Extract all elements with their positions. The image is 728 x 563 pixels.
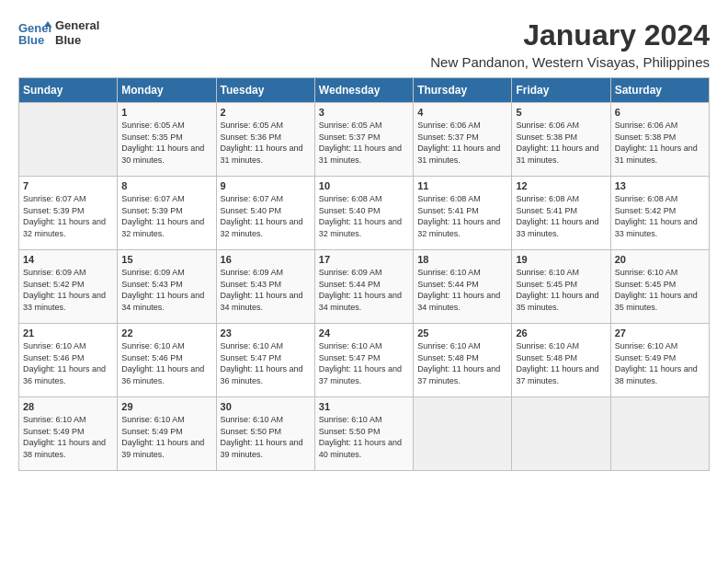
day-number: 2 — [221, 107, 311, 118]
header: General Blue General Blue January 2024 N… — [18, 18, 710, 70]
cell-info: Sunrise: 6:10 AMSunset: 5:49 PMDaylight:… — [121, 414, 211, 460]
day-number: 20 — [615, 254, 705, 265]
calendar-cell: 21Sunrise: 6:10 AMSunset: 5:46 PMDayligh… — [19, 324, 118, 397]
calendar-body: 1Sunrise: 6:05 AMSunset: 5:35 PMDaylight… — [19, 103, 710, 471]
cell-info: Sunrise: 6:07 AMSunset: 5:39 PMDaylight:… — [23, 193, 113, 239]
calendar-cell: 20Sunrise: 6:10 AMSunset: 5:45 PMDayligh… — [610, 250, 709, 324]
day-number: 8 — [121, 180, 211, 191]
calendar-cell: 9Sunrise: 6:07 AMSunset: 5:40 PMDaylight… — [216, 177, 314, 250]
cell-info: Sunrise: 6:05 AMSunset: 5:37 PMDaylight:… — [319, 120, 409, 166]
calendar-cell: 17Sunrise: 6:09 AMSunset: 5:44 PMDayligh… — [314, 250, 413, 324]
day-number: 26 — [516, 327, 606, 339]
day-number: 9 — [221, 180, 311, 191]
calendar-cell: 7Sunrise: 6:07 AMSunset: 5:39 PMDaylight… — [19, 177, 118, 250]
cell-info: Sunrise: 6:09 AMSunset: 5:43 PMDaylight:… — [121, 267, 211, 313]
weekday-header-saturday: Saturday — [610, 78, 709, 103]
cell-info: Sunrise: 6:06 AMSunset: 5:38 PMDaylight:… — [615, 120, 705, 166]
day-number: 12 — [516, 180, 606, 191]
week-row-4: 21Sunrise: 6:10 AMSunset: 5:46 PMDayligh… — [19, 324, 710, 397]
cell-info: Sunrise: 6:05 AMSunset: 5:35 PMDaylight:… — [121, 120, 211, 166]
week-row-5: 28Sunrise: 6:10 AMSunset: 5:49 PMDayligh… — [19, 397, 710, 471]
calendar-cell: 3Sunrise: 6:05 AMSunset: 5:37 PMDaylight… — [314, 103, 413, 177]
day-number: 10 — [319, 180, 409, 191]
day-number: 28 — [23, 401, 113, 412]
calendar-cell: 27Sunrise: 6:10 AMSunset: 5:49 PMDayligh… — [610, 324, 709, 397]
day-number: 4 — [417, 107, 507, 118]
cell-info: Sunrise: 6:07 AMSunset: 5:40 PMDaylight:… — [221, 193, 311, 239]
calendar-header: SundayMondayTuesdayWednesdayThursdayFrid… — [19, 78, 710, 103]
calendar-cell: 16Sunrise: 6:09 AMSunset: 5:43 PMDayligh… — [216, 250, 314, 324]
day-number: 25 — [417, 327, 507, 339]
calendar-cell: 19Sunrise: 6:10 AMSunset: 5:45 PMDayligh… — [512, 250, 610, 324]
cell-info: Sunrise: 6:08 AMSunset: 5:42 PMDaylight:… — [615, 193, 705, 239]
weekday-header-sunday: Sunday — [19, 78, 118, 103]
calendar-cell: 4Sunrise: 6:06 AMSunset: 5:37 PMDaylight… — [414, 103, 512, 177]
calendar-cell: 6Sunrise: 6:06 AMSunset: 5:38 PMDaylight… — [610, 103, 709, 177]
day-number: 13 — [615, 180, 705, 191]
day-number: 30 — [221, 401, 311, 412]
title-area: January 2024 New Pandanon, Western Visay… — [430, 18, 710, 70]
cell-info: Sunrise: 6:10 AMSunset: 5:46 PMDaylight:… — [121, 340, 211, 386]
day-number: 14 — [23, 254, 113, 265]
cell-info: Sunrise: 6:10 AMSunset: 5:45 PMDaylight:… — [615, 267, 705, 313]
calendar-cell: 28Sunrise: 6:10 AMSunset: 5:49 PMDayligh… — [19, 397, 118, 471]
day-number: 15 — [121, 254, 211, 265]
weekday-header-friday: Friday — [512, 78, 610, 103]
calendar-cell: 30Sunrise: 6:10 AMSunset: 5:50 PMDayligh… — [216, 397, 314, 471]
day-number: 19 — [516, 254, 606, 265]
calendar-cell: 24Sunrise: 6:10 AMSunset: 5:47 PMDayligh… — [314, 324, 413, 397]
cell-info: Sunrise: 6:10 AMSunset: 5:50 PMDaylight:… — [221, 414, 311, 460]
cell-info: Sunrise: 6:05 AMSunset: 5:36 PMDaylight:… — [221, 120, 311, 166]
day-number: 29 — [121, 401, 211, 412]
cell-info: Sunrise: 6:10 AMSunset: 5:48 PMDaylight:… — [516, 340, 606, 386]
calendar-cell: 31Sunrise: 6:10 AMSunset: 5:50 PMDayligh… — [314, 397, 413, 471]
weekday-header-thursday: Thursday — [414, 78, 512, 103]
cell-info: Sunrise: 6:09 AMSunset: 5:44 PMDaylight:… — [319, 267, 409, 313]
calendar-cell — [512, 397, 610, 471]
cell-info: Sunrise: 6:10 AMSunset: 5:47 PMDaylight:… — [319, 340, 409, 386]
day-number: 11 — [417, 180, 507, 191]
cell-info: Sunrise: 6:10 AMSunset: 5:48 PMDaylight:… — [417, 340, 507, 386]
day-number: 22 — [121, 327, 211, 339]
calendar-cell: 5Sunrise: 6:06 AMSunset: 5:38 PMDaylight… — [512, 103, 610, 177]
cell-info: Sunrise: 6:10 AMSunset: 5:47 PMDaylight:… — [221, 340, 311, 386]
calendar-cell: 10Sunrise: 6:08 AMSunset: 5:40 PMDayligh… — [314, 177, 413, 250]
calendar-cell — [610, 397, 709, 471]
day-number: 6 — [615, 107, 705, 118]
day-number: 7 — [23, 180, 113, 191]
calendar-cell: 12Sunrise: 6:08 AMSunset: 5:41 PMDayligh… — [512, 177, 610, 250]
calendar-subtitle: New Pandanon, Western Visayas, Philippin… — [430, 54, 710, 70]
calendar-cell: 25Sunrise: 6:10 AMSunset: 5:48 PMDayligh… — [414, 324, 512, 397]
cell-info: Sunrise: 6:08 AMSunset: 5:41 PMDaylight:… — [417, 193, 507, 239]
calendar-table: SundayMondayTuesdayWednesdayThursdayFrid… — [18, 77, 710, 471]
logo-text-line2: Blue — [55, 33, 99, 48]
day-number: 16 — [221, 254, 311, 265]
week-row-3: 14Sunrise: 6:09 AMSunset: 5:42 PMDayligh… — [19, 250, 710, 324]
cell-info: Sunrise: 6:10 AMSunset: 5:44 PMDaylight:… — [417, 267, 507, 313]
weekday-header-tuesday: Tuesday — [216, 78, 314, 103]
weekday-header-wednesday: Wednesday — [314, 78, 413, 103]
cell-info: Sunrise: 6:10 AMSunset: 5:46 PMDaylight:… — [23, 340, 113, 386]
calendar-cell — [414, 397, 512, 471]
calendar-cell: 2Sunrise: 6:05 AMSunset: 5:36 PMDaylight… — [216, 103, 314, 177]
calendar-title: January 2024 — [430, 18, 710, 52]
calendar-cell: 11Sunrise: 6:08 AMSunset: 5:41 PMDayligh… — [414, 177, 512, 250]
weekday-row: SundayMondayTuesdayWednesdayThursdayFrid… — [19, 78, 710, 103]
day-number: 1 — [121, 107, 211, 118]
calendar-cell: 18Sunrise: 6:10 AMSunset: 5:44 PMDayligh… — [414, 250, 512, 324]
weekday-header-monday: Monday — [118, 78, 216, 103]
cell-info: Sunrise: 6:06 AMSunset: 5:38 PMDaylight:… — [516, 120, 606, 166]
calendar-cell — [19, 103, 118, 177]
day-number: 31 — [319, 401, 409, 412]
cell-info: Sunrise: 6:06 AMSunset: 5:37 PMDaylight:… — [417, 120, 507, 166]
calendar-cell: 23Sunrise: 6:10 AMSunset: 5:47 PMDayligh… — [216, 324, 314, 397]
cell-info: Sunrise: 6:10 AMSunset: 5:50 PMDaylight:… — [319, 414, 409, 460]
calendar-cell: 13Sunrise: 6:08 AMSunset: 5:42 PMDayligh… — [610, 177, 709, 250]
logo: General Blue General Blue — [18, 18, 99, 47]
logo-icon: General Blue — [18, 19, 51, 47]
day-number: 3 — [319, 107, 409, 118]
calendar-cell: 8Sunrise: 6:07 AMSunset: 5:39 PMDaylight… — [118, 177, 216, 250]
logo-text-line1: General — [55, 18, 99, 33]
cell-info: Sunrise: 6:10 AMSunset: 5:49 PMDaylight:… — [615, 340, 705, 386]
day-number: 17 — [319, 254, 409, 265]
